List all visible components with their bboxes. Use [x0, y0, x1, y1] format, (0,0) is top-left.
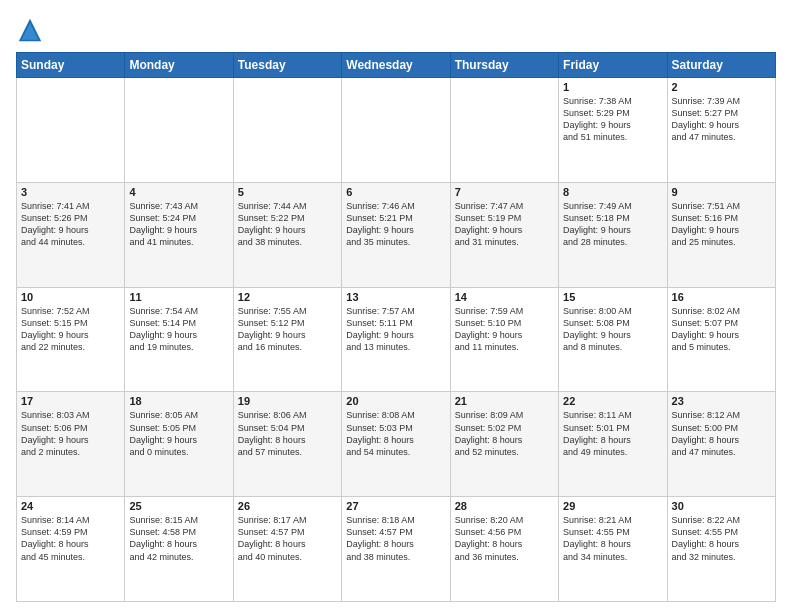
day-cell: 3Sunrise: 7:41 AM Sunset: 5:26 PM Daylig…: [17, 182, 125, 287]
day-cell: 23Sunrise: 8:12 AM Sunset: 5:00 PM Dayli…: [667, 392, 775, 497]
day-cell: 30Sunrise: 8:22 AM Sunset: 4:55 PM Dayli…: [667, 497, 775, 602]
day-cell: 21Sunrise: 8:09 AM Sunset: 5:02 PM Dayli…: [450, 392, 558, 497]
day-number: 2: [672, 81, 771, 93]
day-info: Sunrise: 8:22 AM Sunset: 4:55 PM Dayligh…: [672, 514, 771, 563]
day-info: Sunrise: 7:43 AM Sunset: 5:24 PM Dayligh…: [129, 200, 228, 249]
day-number: 13: [346, 291, 445, 303]
day-number: 29: [563, 500, 662, 512]
day-number: 19: [238, 395, 337, 407]
week-row-1: 3Sunrise: 7:41 AM Sunset: 5:26 PM Daylig…: [17, 182, 776, 287]
day-number: 10: [21, 291, 120, 303]
header-row: SundayMondayTuesdayWednesdayThursdayFrid…: [17, 53, 776, 78]
day-info: Sunrise: 7:38 AM Sunset: 5:29 PM Dayligh…: [563, 95, 662, 144]
day-cell: 8Sunrise: 7:49 AM Sunset: 5:18 PM Daylig…: [559, 182, 667, 287]
day-number: 21: [455, 395, 554, 407]
day-info: Sunrise: 7:49 AM Sunset: 5:18 PM Dayligh…: [563, 200, 662, 249]
day-number: 14: [455, 291, 554, 303]
day-info: Sunrise: 8:02 AM Sunset: 5:07 PM Dayligh…: [672, 305, 771, 354]
day-info: Sunrise: 8:08 AM Sunset: 5:03 PM Dayligh…: [346, 409, 445, 458]
day-number: 20: [346, 395, 445, 407]
day-cell: 17Sunrise: 8:03 AM Sunset: 5:06 PM Dayli…: [17, 392, 125, 497]
day-number: 8: [563, 186, 662, 198]
day-header-thursday: Thursday: [450, 53, 558, 78]
day-cell: [450, 78, 558, 183]
day-number: 6: [346, 186, 445, 198]
day-header-saturday: Saturday: [667, 53, 775, 78]
day-info: Sunrise: 8:15 AM Sunset: 4:58 PM Dayligh…: [129, 514, 228, 563]
day-cell: 22Sunrise: 8:11 AM Sunset: 5:01 PM Dayli…: [559, 392, 667, 497]
week-row-3: 17Sunrise: 8:03 AM Sunset: 5:06 PM Dayli…: [17, 392, 776, 497]
day-cell: 6Sunrise: 7:46 AM Sunset: 5:21 PM Daylig…: [342, 182, 450, 287]
day-header-monday: Monday: [125, 53, 233, 78]
day-number: 17: [21, 395, 120, 407]
day-number: 23: [672, 395, 771, 407]
day-number: 26: [238, 500, 337, 512]
day-cell: 2Sunrise: 7:39 AM Sunset: 5:27 PM Daylig…: [667, 78, 775, 183]
logo: [16, 16, 48, 44]
day-number: 16: [672, 291, 771, 303]
day-header-sunday: Sunday: [17, 53, 125, 78]
day-cell: 19Sunrise: 8:06 AM Sunset: 5:04 PM Dayli…: [233, 392, 341, 497]
day-cell: 5Sunrise: 7:44 AM Sunset: 5:22 PM Daylig…: [233, 182, 341, 287]
day-info: Sunrise: 8:00 AM Sunset: 5:08 PM Dayligh…: [563, 305, 662, 354]
day-cell: 20Sunrise: 8:08 AM Sunset: 5:03 PM Dayli…: [342, 392, 450, 497]
day-info: Sunrise: 8:12 AM Sunset: 5:00 PM Dayligh…: [672, 409, 771, 458]
day-cell: [17, 78, 125, 183]
day-number: 28: [455, 500, 554, 512]
week-row-4: 24Sunrise: 8:14 AM Sunset: 4:59 PM Dayli…: [17, 497, 776, 602]
day-cell: 4Sunrise: 7:43 AM Sunset: 5:24 PM Daylig…: [125, 182, 233, 287]
day-number: 1: [563, 81, 662, 93]
day-number: 22: [563, 395, 662, 407]
page: SundayMondayTuesdayWednesdayThursdayFrid…: [0, 0, 792, 612]
day-cell: 9Sunrise: 7:51 AM Sunset: 5:16 PM Daylig…: [667, 182, 775, 287]
day-number: 11: [129, 291, 228, 303]
day-info: Sunrise: 8:17 AM Sunset: 4:57 PM Dayligh…: [238, 514, 337, 563]
day-number: 7: [455, 186, 554, 198]
day-header-friday: Friday: [559, 53, 667, 78]
day-info: Sunrise: 8:11 AM Sunset: 5:01 PM Dayligh…: [563, 409, 662, 458]
day-info: Sunrise: 8:20 AM Sunset: 4:56 PM Dayligh…: [455, 514, 554, 563]
day-info: Sunrise: 8:03 AM Sunset: 5:06 PM Dayligh…: [21, 409, 120, 458]
day-info: Sunrise: 8:05 AM Sunset: 5:05 PM Dayligh…: [129, 409, 228, 458]
day-info: Sunrise: 7:59 AM Sunset: 5:10 PM Dayligh…: [455, 305, 554, 354]
header: [16, 16, 776, 44]
day-number: 3: [21, 186, 120, 198]
day-cell: [342, 78, 450, 183]
day-number: 24: [21, 500, 120, 512]
day-cell: 25Sunrise: 8:15 AM Sunset: 4:58 PM Dayli…: [125, 497, 233, 602]
week-row-0: 1Sunrise: 7:38 AM Sunset: 5:29 PM Daylig…: [17, 78, 776, 183]
day-number: 25: [129, 500, 228, 512]
day-cell: 14Sunrise: 7:59 AM Sunset: 5:10 PM Dayli…: [450, 287, 558, 392]
day-number: 27: [346, 500, 445, 512]
day-number: 5: [238, 186, 337, 198]
day-header-wednesday: Wednesday: [342, 53, 450, 78]
day-info: Sunrise: 7:41 AM Sunset: 5:26 PM Dayligh…: [21, 200, 120, 249]
day-number: 12: [238, 291, 337, 303]
day-info: Sunrise: 7:47 AM Sunset: 5:19 PM Dayligh…: [455, 200, 554, 249]
day-info: Sunrise: 7:46 AM Sunset: 5:21 PM Dayligh…: [346, 200, 445, 249]
day-cell: 12Sunrise: 7:55 AM Sunset: 5:12 PM Dayli…: [233, 287, 341, 392]
day-info: Sunrise: 7:54 AM Sunset: 5:14 PM Dayligh…: [129, 305, 228, 354]
day-number: 15: [563, 291, 662, 303]
day-info: Sunrise: 7:55 AM Sunset: 5:12 PM Dayligh…: [238, 305, 337, 354]
day-info: Sunrise: 8:09 AM Sunset: 5:02 PM Dayligh…: [455, 409, 554, 458]
day-info: Sunrise: 7:44 AM Sunset: 5:22 PM Dayligh…: [238, 200, 337, 249]
day-info: Sunrise: 8:18 AM Sunset: 4:57 PM Dayligh…: [346, 514, 445, 563]
day-info: Sunrise: 8:21 AM Sunset: 4:55 PM Dayligh…: [563, 514, 662, 563]
day-header-tuesday: Tuesday: [233, 53, 341, 78]
week-row-2: 10Sunrise: 7:52 AM Sunset: 5:15 PM Dayli…: [17, 287, 776, 392]
day-info: Sunrise: 8:14 AM Sunset: 4:59 PM Dayligh…: [21, 514, 120, 563]
day-cell: 10Sunrise: 7:52 AM Sunset: 5:15 PM Dayli…: [17, 287, 125, 392]
day-cell: 11Sunrise: 7:54 AM Sunset: 5:14 PM Dayli…: [125, 287, 233, 392]
day-cell: 13Sunrise: 7:57 AM Sunset: 5:11 PM Dayli…: [342, 287, 450, 392]
day-cell: 16Sunrise: 8:02 AM Sunset: 5:07 PM Dayli…: [667, 287, 775, 392]
calendar: SundayMondayTuesdayWednesdayThursdayFrid…: [16, 52, 776, 602]
day-number: 9: [672, 186, 771, 198]
day-number: 18: [129, 395, 228, 407]
day-number: 30: [672, 500, 771, 512]
day-cell: [233, 78, 341, 183]
day-cell: 1Sunrise: 7:38 AM Sunset: 5:29 PM Daylig…: [559, 78, 667, 183]
day-info: Sunrise: 7:39 AM Sunset: 5:27 PM Dayligh…: [672, 95, 771, 144]
day-cell: 28Sunrise: 8:20 AM Sunset: 4:56 PM Dayli…: [450, 497, 558, 602]
day-cell: 24Sunrise: 8:14 AM Sunset: 4:59 PM Dayli…: [17, 497, 125, 602]
